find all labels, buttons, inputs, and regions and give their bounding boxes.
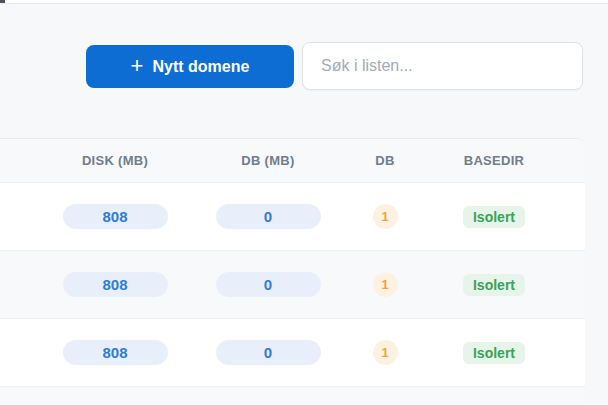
db-count-badge: 1 xyxy=(373,340,398,365)
column-header-basedir: BASEDIR xyxy=(424,153,564,168)
column-header-db-mb: DB (MB) xyxy=(190,153,346,168)
db-count-badge: 1 xyxy=(373,204,398,229)
basedir-status-badge: Isolert xyxy=(463,274,525,296)
basedir-status-badge: Isolert xyxy=(463,342,525,364)
disk-usage-badge: 808 xyxy=(63,204,168,229)
plus-icon: + xyxy=(131,55,144,77)
search-input[interactable] xyxy=(302,42,583,90)
table-header-row: DISK (MB) DB (MB) DB BASEDIR xyxy=(0,139,585,183)
disk-usage-badge: 808 xyxy=(63,340,168,365)
column-header-disk-mb: DISK (MB) xyxy=(40,153,190,168)
top-divider-strip xyxy=(0,0,608,4)
domain-table-card: DISK (MB) DB (MB) DB BASEDIR 808 0 1 Iso… xyxy=(0,138,585,405)
cropped-edge-artifact xyxy=(0,0,5,3)
table-row[interactable]: 808 0 1 Isolert xyxy=(0,319,585,387)
disk-usage-badge: 808 xyxy=(63,272,168,297)
db-usage-badge: 0 xyxy=(216,340,321,365)
table-row-cut-off[interactable] xyxy=(0,387,585,405)
new-domain-button[interactable]: + Nytt domene xyxy=(86,45,294,88)
table-row[interactable]: 808 0 1 Isolert xyxy=(0,183,585,251)
db-count-badge: 1 xyxy=(373,272,398,297)
table-row[interactable]: 808 0 1 Isolert xyxy=(0,251,585,319)
column-header-db: DB xyxy=(346,153,424,168)
basedir-status-badge: Isolert xyxy=(463,206,525,228)
new-domain-button-label: Nytt domene xyxy=(152,58,249,76)
db-usage-badge: 0 xyxy=(216,272,321,297)
db-usage-badge: 0 xyxy=(216,204,321,229)
